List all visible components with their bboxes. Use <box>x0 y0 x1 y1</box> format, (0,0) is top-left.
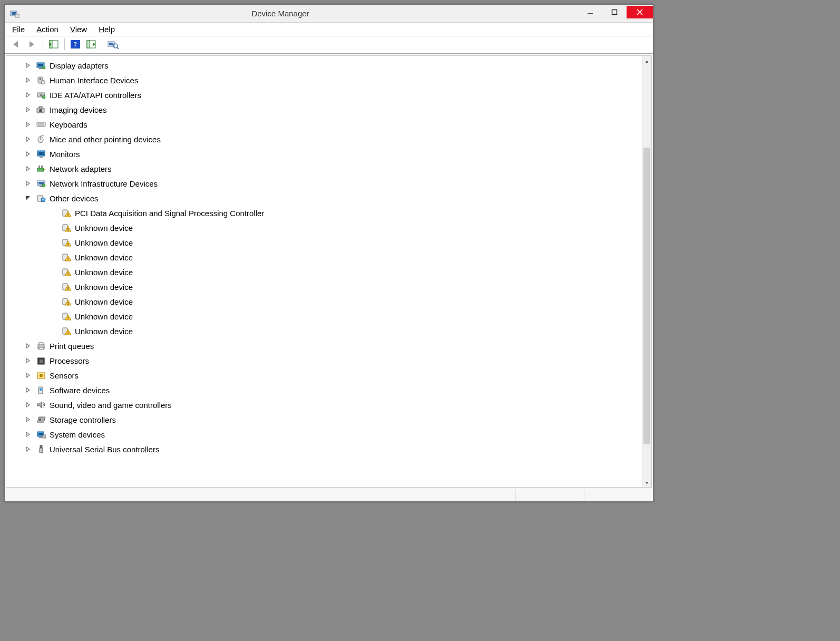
warning-device-icon: ! <box>61 326 72 336</box>
expand-icon[interactable] <box>24 150 32 158</box>
tree-node[interactable]: Software devices <box>6 383 642 397</box>
menu-bar: File Action View Help <box>5 23 653 36</box>
network-adapter-icon <box>36 163 46 174</box>
tree-node[interactable]: Processors <box>6 353 642 368</box>
printer-icon <box>36 341 46 351</box>
tree-leaf[interactable]: !Unknown device <box>6 235 642 250</box>
menu-action[interactable]: Action <box>36 25 58 34</box>
tree-node[interactable]: System devices <box>6 427 642 442</box>
tree-leaf[interactable]: !PCI Data Acquisition and Signal Process… <box>6 206 642 220</box>
scroll-down-button[interactable]: ▾ <box>642 478 651 487</box>
expand-icon[interactable] <box>24 342 32 349</box>
properties-button[interactable] <box>85 38 97 50</box>
expand-icon[interactable] <box>24 76 32 84</box>
expand-icon[interactable] <box>24 401 32 409</box>
status-pane <box>5 489 516 501</box>
svg-point-48 <box>42 184 45 187</box>
svg-text:!: ! <box>67 242 69 247</box>
svg-rect-30 <box>39 106 42 108</box>
tree-node-label: Network Infrastructure Devices <box>50 179 158 188</box>
help-button[interactable]: ? <box>69 38 82 50</box>
tree-node-label: Display adapters <box>50 61 109 70</box>
tree-node-label: Keyboards <box>50 120 87 129</box>
tree-node[interactable]: Display adapters <box>6 58 642 73</box>
tree-node[interactable]: Mice and other pointing devices <box>6 132 642 147</box>
tree-node-label: Other devices <box>50 194 99 203</box>
collapse-icon[interactable] <box>24 195 32 202</box>
menu-file[interactable]: File <box>12 25 25 34</box>
expand-icon[interactable] <box>24 357 32 364</box>
tree-node[interactable]: Network adapters <box>6 161 642 176</box>
expand-icon[interactable] <box>24 62 32 69</box>
expand-icon[interactable] <box>24 445 32 453</box>
scroll-track[interactable] <box>642 65 651 478</box>
storage-controller-icon <box>36 414 46 425</box>
maximize-button[interactable] <box>602 6 627 18</box>
scroll-thumb[interactable] <box>643 148 650 444</box>
tree-leaf[interactable]: !Unknown device <box>6 220 642 235</box>
forward-button[interactable] <box>26 38 38 50</box>
tree-leaf-label: PCI Data Acquisition and Signal Processi… <box>75 209 264 218</box>
toolbar-separator <box>64 38 65 50</box>
tree-leaf-label: Unknown device <box>75 283 133 292</box>
menu-view[interactable]: View <box>70 25 87 34</box>
tree-node[interactable]: IDE ATA/ATAPI controllers <box>6 88 642 102</box>
tree-node[interactable]: Human Interface Devices <box>6 73 642 88</box>
tree-node-label: Universal Serial Bus controllers <box>50 445 159 454</box>
display-adapter-icon <box>36 60 46 71</box>
warning-device-icon: ! <box>61 311 72 322</box>
expand-icon[interactable] <box>24 180 32 187</box>
expand-icon[interactable] <box>24 416 32 423</box>
svg-text:!: ! <box>67 212 69 217</box>
tree-node[interactable]: Network Infrastructure Devices <box>6 176 642 191</box>
tree-node-label: Storage controllers <box>50 415 116 424</box>
tree-leaf[interactable]: !Unknown device <box>6 265 642 279</box>
svg-point-31 <box>39 109 42 112</box>
svg-rect-42 <box>38 166 40 168</box>
svg-rect-39 <box>38 152 44 155</box>
tree-node[interactable]: Keyboards <box>6 117 642 132</box>
svg-text:!: ! <box>67 316 69 320</box>
tree-leaf-label: Unknown device <box>75 327 133 336</box>
tree-node[interactable]: Imaging devices <box>6 102 642 117</box>
svg-rect-41 <box>37 168 44 171</box>
scroll-up-button[interactable]: ▴ <box>642 56 651 65</box>
tree-leaf[interactable]: !Unknown device <box>6 324 642 338</box>
hid-icon <box>36 75 46 85</box>
expand-icon[interactable] <box>24 386 32 394</box>
tree-node[interactable]: ?Other devices <box>6 191 642 206</box>
tree-node[interactable]: Print queues <box>6 338 642 353</box>
expand-icon[interactable] <box>24 135 32 143</box>
status-pane <box>516 489 584 501</box>
device-tree[interactable]: Display adaptersHuman Interface DevicesI… <box>6 56 642 487</box>
expand-icon[interactable] <box>24 431 32 438</box>
expand-icon[interactable] <box>24 91 32 99</box>
tree-node[interactable]: Universal Serial Bus controllers <box>6 442 642 457</box>
tree-node[interactable]: Storage controllers <box>6 412 642 427</box>
scan-hardware-button[interactable] <box>106 38 119 50</box>
tree-node[interactable]: Sensors <box>6 368 642 383</box>
back-button[interactable] <box>10 38 23 50</box>
minimize-button[interactable] <box>578 6 602 18</box>
tree-leaf[interactable]: !Unknown device <box>6 250 642 265</box>
show-hide-tree-button[interactable] <box>47 38 60 50</box>
tree-leaf[interactable]: !Unknown device <box>6 279 642 294</box>
vertical-scrollbar[interactable]: ▴ ▾ <box>642 56 651 487</box>
expand-icon[interactable] <box>24 121 32 128</box>
usb-icon <box>36 444 46 454</box>
tree-node[interactable]: Monitors <box>6 147 642 161</box>
menu-help[interactable]: Help <box>99 25 115 34</box>
expand-icon[interactable] <box>24 106 32 113</box>
tree-leaf[interactable]: !Unknown device <box>6 309 642 324</box>
svg-rect-20 <box>38 64 43 66</box>
tree-node-label: Processors <box>50 356 89 365</box>
expand-icon[interactable] <box>24 372 32 379</box>
tree-node[interactable]: Sound, video and game controllers <box>6 397 642 412</box>
sound-icon <box>36 400 46 410</box>
svg-rect-98 <box>39 437 42 438</box>
close-button[interactable] <box>627 6 653 18</box>
tree-leaf[interactable]: !Unknown device <box>6 294 642 309</box>
expand-icon[interactable] <box>24 165 32 172</box>
svg-rect-101 <box>40 448 43 453</box>
svg-rect-24 <box>40 78 41 80</box>
